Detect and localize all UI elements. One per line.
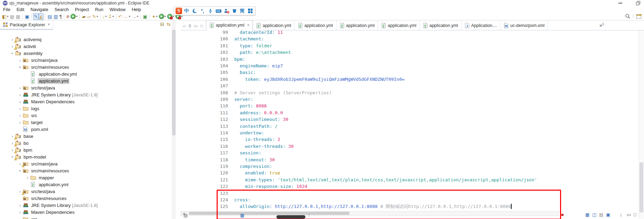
- view-window-icon[interactable]: ▱: [183, 23, 186, 28]
- tree-item-label[interactable]: base: [22, 133, 34, 139]
- menu-window[interactable]: Window: [106, 7, 129, 12]
- menu-file[interactable]: File: [0, 7, 13, 12]
- editor-tab[interactable]: application.yml×: [206, 20, 253, 30]
- code-line[interactable]: 102 path: e:\attachment: [181, 49, 639, 56]
- tree-item-label[interactable]: JRE System Library [JavaSE-1.8]: [30, 92, 99, 98]
- tree-row[interactable]: ›src/main/resources: [18, 167, 70, 174]
- code-line[interactable]: 121 mime-types: 'text/html,text/xml,text…: [181, 177, 639, 183]
- skin-icon[interactable]: [231, 8, 238, 15]
- maximize-icon[interactable]: □: [200, 23, 203, 28]
- tree-row[interactable]: ›src/main/resources: [18, 64, 70, 70]
- tree-twisty-icon[interactable]: ›: [18, 113, 22, 118]
- tree-item-label[interactable]: src/main/resources: [30, 64, 70, 70]
- pin-console-icon[interactable]: ▣: [606, 212, 610, 217]
- code-line[interactable]: 108# Server settings (ServerProperties): [181, 89, 639, 96]
- open-perspective-icon[interactable]: [636, 13, 642, 19]
- next-annotation-button[interactable]: ▤: [47, 13, 53, 20]
- editor-tab[interactable]: application.yml: [420, 21, 462, 30]
- tree-row[interactable]: ›target: [18, 119, 44, 126]
- tree-row[interactable]: ›src/main/java: [18, 57, 59, 64]
- tree-row[interactable]: ›src/main/java: [18, 160, 59, 167]
- prev-annotation-button[interactable]: ▥: [53, 13, 59, 20]
- tree-item-label[interactable]: src/main/java: [30, 161, 59, 167]
- tree-item-label[interactable]: activemq: [22, 37, 42, 42]
- tree-row[interactable]: ›src: [18, 112, 38, 119]
- save-button[interactable]: ▦: [9, 13, 15, 20]
- tree-row[interactable]: Mpom.xml: [18, 126, 49, 133]
- tree-row[interactable]: ›src: [18, 216, 38, 219]
- tree-item-label[interactable]: application.yml: [38, 78, 69, 84]
- tree-row[interactable]: src/test/resources: [18, 195, 68, 202]
- keyboard-icon[interactable]: [215, 8, 222, 15]
- tree-row[interactable]: application.yml: [26, 77, 69, 84]
- tree-item-label[interactable]: src/main/java: [30, 57, 59, 63]
- scroll-lock-icon[interactable]: ◫: [592, 212, 596, 217]
- view-link-icon[interactable]: 8: [189, 23, 191, 28]
- new-java-ee-button[interactable]: #: [66, 13, 70, 20]
- mark-occurrences-button[interactable]: ✎: [33, 13, 39, 20]
- forward-history-button[interactable]: →▾: [131, 13, 139, 20]
- tree-twisty-icon[interactable]: ›: [18, 120, 22, 125]
- tree-row[interactable]: ›JMactiviti: [10, 43, 37, 50]
- code-line[interactable]: 116 worker-threads: 30: [181, 143, 639, 150]
- tree-item-label[interactable]: Maven Dependencies: [30, 99, 76, 105]
- last-edit-location-button[interactable]: ↶: [117, 13, 123, 20]
- editor-tab[interactable]: application.yml: [295, 21, 337, 30]
- tree-item-label[interactable]: logs: [30, 106, 40, 112]
- tree-row[interactable]: ›JRE System Library [JavaSE-1.8]: [18, 91, 99, 98]
- debug-button[interactable]: ✦▾: [151, 13, 158, 20]
- layout-grid-icon[interactable]: [247, 8, 254, 15]
- run-button[interactable]: ▶▾: [158, 13, 167, 20]
- tree-twisty-icon[interactable]: ›: [26, 175, 30, 180]
- code-line[interactable]: 99 datacenterId: 11: [181, 30, 639, 36]
- brush-button[interactable]: ✎▾: [92, 13, 99, 20]
- fetch-down-button[interactable]: ↧▾: [107, 13, 115, 20]
- tree-row[interactable]: ›JMbpm-model: [10, 153, 47, 160]
- code-line[interactable]: 119 compression:: [181, 163, 639, 170]
- code-line[interactable]: 106 token: eyJBdXRob3JpemF0aW9uIjoiQmFza…: [181, 76, 639, 83]
- tree-twisty-icon[interactable]: ›: [18, 92, 22, 97]
- tree-twisty-icon[interactable]: ›: [18, 85, 22, 91]
- minimize-view-icon[interactable]: ▭: [627, 212, 631, 217]
- tree-item-label[interactable]: JRE System Library [JavaSE-1.8]: [30, 202, 99, 208]
- tree-row[interactable]: ›mapper: [26, 174, 55, 181]
- close-view-icon[interactable]: ×: [48, 22, 50, 27]
- code-line[interactable]: 104 engineName: eip7: [181, 63, 639, 69]
- simplified-mode[interactable]: 简: [239, 8, 246, 15]
- tree-item-label[interactable]: target: [30, 120, 44, 125]
- code-line[interactable]: 100attachment:: [181, 36, 639, 42]
- link-with-editor-icon[interactable]: ⇆: [167, 21, 171, 27]
- code-line[interactable]: 112 sessionTimeout: 30: [181, 116, 639, 123]
- editor-tab[interactable]: application.yml: [378, 21, 420, 30]
- tree-item-label[interactable]: src: [30, 216, 38, 219]
- code-line[interactable]: 114 undertow:: [181, 130, 639, 136]
- code-line[interactable]: 113 contextPath: /: [181, 123, 639, 130]
- tree-item-label[interactable]: src: [30, 113, 38, 118]
- tree-row[interactable]: ›Maven Dependencies: [18, 209, 76, 216]
- highlight-button[interactable]: ◭: [39, 13, 44, 20]
- tree-twisty-icon[interactable]: ›: [18, 203, 22, 208]
- editor-tab[interactable]: application.yml: [253, 21, 295, 30]
- collapse-all-icon[interactable]: ⊟: [160, 21, 164, 27]
- search-icon[interactable]: [625, 13, 631, 19]
- tree-row[interactable]: application.yml: [26, 181, 69, 188]
- tree-row[interactable]: ›JMbase: [10, 133, 34, 140]
- tree-twisty-icon[interactable]: ›: [10, 51, 15, 55]
- run-wizard-button[interactable]: ▶▾: [70, 13, 78, 20]
- tree-twisty-icon[interactable]: ›: [18, 217, 22, 219]
- tree-item-label[interactable]: src/test/resources: [30, 196, 68, 201]
- tree-twisty-icon[interactable]: ›: [18, 106, 22, 111]
- tree-row[interactable]: ›logs: [18, 105, 40, 112]
- hidden-tabs-chevron[interactable]: »1: [599, 22, 604, 28]
- tree-item-label[interactable]: activiti: [22, 44, 37, 49]
- code-line[interactable]: 118 timeout: 30: [181, 156, 639, 163]
- tree-row[interactable]: application-dev.yml: [26, 70, 78, 77]
- code-line[interactable]: 109server:: [181, 96, 639, 103]
- tree-twisty-icon[interactable]: ›: [18, 210, 22, 215]
- minimize-button[interactable]: [614, 0, 626, 6]
- save-all-button[interactable]: ▩: [15, 13, 21, 20]
- editor-tab[interactable]: JApplication....: [462, 21, 501, 30]
- tree-item-label[interactable]: src/test/java: [30, 189, 56, 194]
- import-down-button[interactable]: ↓▾: [102, 13, 107, 20]
- code-line[interactable]: 105 basic:: [181, 69, 639, 76]
